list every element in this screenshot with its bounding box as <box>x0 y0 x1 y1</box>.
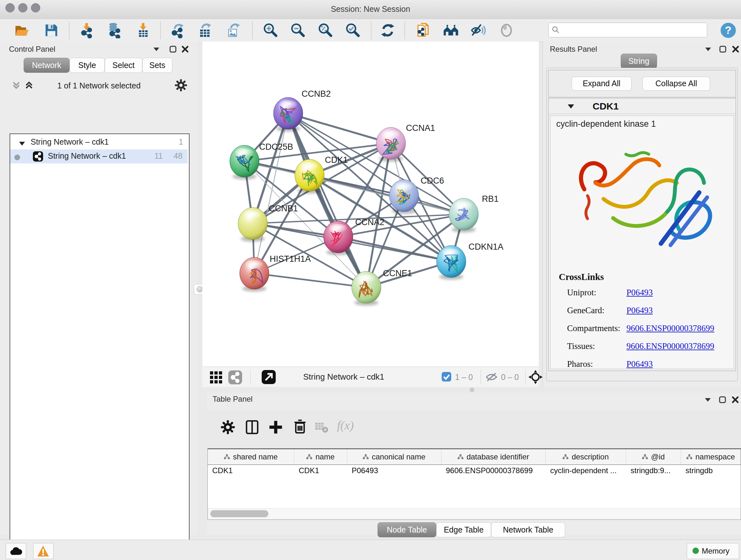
panel-menu-icon[interactable] <box>152 46 160 54</box>
open-session-icon[interactable] <box>14 22 30 38</box>
network-options-gear-icon[interactable] <box>174 78 188 93</box>
zoom-fit-icon[interactable] <box>317 22 333 38</box>
table-cell[interactable]: stringdb <box>681 464 741 478</box>
node-CDC6[interactable]: CDC6 <box>389 176 444 214</box>
table-cell[interactable]: CDK1 <box>294 464 347 478</box>
results-buttons-box: Expand All Collapse All <box>548 70 736 98</box>
panel-menu-icon[interactable] <box>704 46 712 54</box>
node-label-CCNA1: CCNA1 <box>406 123 435 133</box>
automation-cloud-button[interactable] <box>6 543 26 559</box>
warnings-button[interactable] <box>33 543 54 559</box>
network-graph: CCNB2CCNA1CDC25BCDK1CDC6RB1CCNB1CCNA2CDK… <box>202 42 539 367</box>
node-CCNE1[interactable]: CCNE1 <box>352 268 412 306</box>
search-input[interactable] <box>548 23 707 37</box>
show-panel-icon[interactable] <box>498 22 515 38</box>
close-panel-icon[interactable] <box>181 45 189 54</box>
expand-all-button[interactable]: Expand All <box>571 77 631 91</box>
columns-icon[interactable] <box>245 420 260 436</box>
crosslink-link[interactable]: P06493 <box>626 306 653 315</box>
selected-count: 1 – 0 <box>455 373 473 382</box>
float-panel-icon[interactable] <box>169 45 177 54</box>
grid-view-icon[interactable] <box>209 371 223 385</box>
cdk1-section-header[interactable]: CDK1 <box>549 98 736 114</box>
network-row-selected[interactable]: String Network – cdk1 11 48 <box>10 149 188 164</box>
table-cell[interactable]: cyclin-dependent ... <box>546 464 626 478</box>
hidden-eye-icon[interactable] <box>485 371 498 384</box>
export-network-icon[interactable] <box>171 22 186 38</box>
table-cell[interactable]: CDK1 <box>208 464 294 478</box>
crosslink-link[interactable]: 9606.ENSP00000378699 <box>626 323 714 333</box>
collapse-all-icon[interactable] <box>11 80 22 92</box>
column-type-icon <box>363 454 368 459</box>
memory-button[interactable]: Memory <box>687 543 739 559</box>
column-header-database-identifier[interactable]: database identifier <box>441 449 546 464</box>
refresh-icon[interactable] <box>380 22 396 38</box>
birdseye-toggle-icon[interactable] <box>261 369 276 386</box>
delete-column-icon[interactable] <box>292 419 308 435</box>
zoom-selected-icon[interactable] <box>345 22 360 38</box>
tab-sets[interactable]: Sets <box>142 58 172 73</box>
home-icon[interactable] <box>443 22 459 38</box>
view-toolbar-separator <box>481 369 481 385</box>
node-CDC25B[interactable]: CDC25B <box>230 142 293 179</box>
table-cell[interactable]: 9606.ENSP00000378699 <box>441 464 546 478</box>
column-header-shared-name[interactable]: shared name <box>208 449 294 464</box>
tab-string[interactable]: String <box>621 54 657 69</box>
save-session-icon[interactable] <box>44 22 59 38</box>
import-network-database-icon[interactable] <box>106 22 122 38</box>
node-HIST1H1A[interactable]: HIST1H1A <box>240 254 311 292</box>
tab-style[interactable]: Style <box>70 58 105 73</box>
column-header-canonical-name[interactable]: canonical name <box>347 449 441 464</box>
import-network-file-icon[interactable] <box>79 22 95 38</box>
close-panel-icon[interactable] <box>732 45 739 54</box>
hide-panel-icon[interactable] <box>470 22 486 38</box>
table-horizontal-scrollbar[interactable] <box>207 508 741 520</box>
crosslink-link[interactable]: P06493 <box>626 359 653 369</box>
tab-network-table[interactable]: Network Table <box>491 522 565 537</box>
tree-expander-icon[interactable] <box>18 139 25 148</box>
cloud-icon <box>9 545 23 557</box>
column-header-namespace[interactable]: namespace <box>681 449 741 464</box>
close-panel-icon[interactable] <box>731 396 739 405</box>
tab-edge-table[interactable]: Edge Table <box>436 522 491 537</box>
edge-CCNA2-CDKN1A[interactable] <box>338 237 451 261</box>
column-header-name[interactable]: name <box>294 449 347 464</box>
crosslink-link[interactable]: 9606.ENSP00000378699 <box>626 341 714 351</box>
tab-node-table[interactable]: Node Table <box>378 522 436 537</box>
table-gear-icon[interactable] <box>220 420 235 436</box>
float-panel-icon[interactable] <box>719 396 726 405</box>
add-column-icon[interactable] <box>268 420 283 436</box>
help-icon[interactable]: ? <box>720 22 736 38</box>
scrollbar-thumb[interactable] <box>210 510 268 517</box>
panel-menu-icon[interactable] <box>704 396 712 404</box>
crosslink-link[interactable]: P06493 <box>626 288 653 298</box>
zoom-in-icon[interactable] <box>262 22 278 38</box>
node-CCNA1[interactable]: CCNA1 <box>376 123 435 162</box>
table-cell[interactable]: stringdb:9... <box>626 464 681 478</box>
network-view-title: String Network – cdk1 <box>303 372 384 382</box>
section-expander-icon[interactable] <box>567 104 575 111</box>
column-header-@id[interactable]: @id <box>626 449 681 464</box>
edge-HIST1H1A-CCNE1[interactable] <box>254 273 366 287</box>
export-table-icon[interactable] <box>197 22 213 38</box>
node-CDKN1A[interactable]: CDKN1A <box>436 242 503 280</box>
table-row[interactable]: CDK1CDK1P064939606.ENSP00000378699cyclin… <box>208 464 741 478</box>
selected-checkbox-icon[interactable] <box>441 371 452 383</box>
share-view-icon[interactable] <box>228 370 243 386</box>
column-header-description[interactable]: description <box>546 449 626 464</box>
fit-content-crosshair-icon[interactable] <box>529 370 542 385</box>
collapse-all-button[interactable]: Collapse All <box>643 77 710 91</box>
zoom-out-icon[interactable] <box>290 22 306 38</box>
node-label-CDC25B: CDC25B <box>259 142 293 152</box>
network-collection-row[interactable]: String Network – cdk1 1 <box>10 135 188 149</box>
tab-network[interactable]: Network <box>23 58 70 73</box>
import-table-icon[interactable] <box>135 22 151 38</box>
node-RB1[interactable]: RB1 <box>449 194 499 233</box>
network-canvas[interactable]: CCNB2CCNA1CDC25BCDK1CDC6RB1CCNB1CCNA2CDK… <box>202 42 539 367</box>
tab-select[interactable]: Select <box>105 58 142 73</box>
string-document-icon[interactable] <box>416 22 432 38</box>
expand-all-icon[interactable] <box>23 80 35 92</box>
table-cell[interactable]: P06493 <box>347 464 441 478</box>
float-panel-icon[interactable] <box>719 45 727 54</box>
export-image-icon[interactable] <box>225 22 241 38</box>
